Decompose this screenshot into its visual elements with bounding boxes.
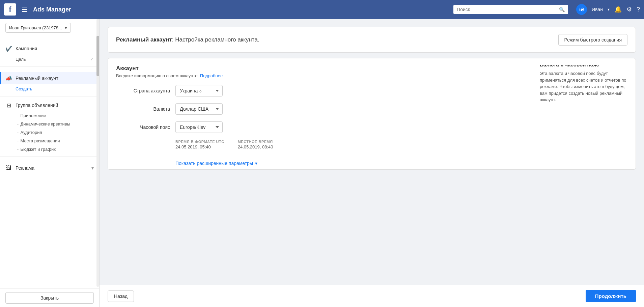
- sidebar-bottom: Закрыть: [0, 288, 99, 307]
- sidebar-sub-budget[interactable]: Бюджет и график: [0, 145, 99, 154]
- timezone-select[interactable]: Europe/Kiev: [175, 121, 223, 133]
- app-title: Ads Manager: [33, 6, 71, 13]
- country-row: Страна аккаунта Украина ⬦: [116, 85, 526, 96]
- ad-dropdown-icon: ▾: [91, 165, 94, 171]
- account-selector-label: Иван Григорьев (231978...: [9, 25, 62, 30]
- account-card: Валюта и часовой пояс Эта валюта и часов…: [108, 58, 636, 170]
- right-panel: Валюта и часовой пояс Эта валюта и часов…: [540, 65, 627, 103]
- notifications-icon[interactable]: 🔔: [614, 6, 622, 13]
- timezone-row: Часовой пояс Europe/Kiev: [116, 121, 627, 133]
- ad-label: Реклама: [16, 165, 34, 171]
- campaign-icon: ✔️: [5, 45, 12, 52]
- sidebar-item-ad[interactable]: 🖼 Реклама ▾: [0, 162, 99, 174]
- account-card-subtitle-text: Введите информацию о своем аккаунте.: [116, 73, 199, 78]
- sidebar-item-ad-group[interactable]: ⊞ Группа объявлений: [0, 99, 99, 111]
- back-button[interactable]: Назад: [108, 290, 134, 302]
- utc-time-value: 24.05.2019, 05:40: [175, 144, 224, 149]
- sidebar-item-ad-account[interactable]: 📣 Рекламный аккаунт: [0, 72, 99, 84]
- time-row: ВРЕМЯ В ФОРМАТЕ UTC 24.05.2019, 05:40 МЕ…: [116, 140, 627, 149]
- user-avatar[interactable]: t₴: [576, 4, 587, 15]
- account-selector-arrow: ▾: [65, 25, 67, 30]
- sidebar-sub-dynamic[interactable]: Динамические креативы: [0, 120, 99, 128]
- sidebar-campaign-label: Кампания: [16, 46, 37, 51]
- continue-button[interactable]: Продолжить: [586, 290, 636, 302]
- currency-select[interactable]: Доллар США: [175, 103, 223, 115]
- header-card: Рекламный аккаунт: Настройка рекламного …: [108, 27, 636, 53]
- search-box: 🔍: [453, 5, 568, 14]
- local-time-label: МЕСТНОЕ ВРЕМЯ: [238, 140, 273, 144]
- currency-row: Валюта Доллар США: [116, 103, 627, 115]
- header-title-bold: Рекламный аккаунт: [116, 36, 172, 43]
- show-advanced-arrow: ▾: [255, 161, 257, 166]
- main-content: Рекламный аккаунт: Настройка рекламного …: [100, 19, 644, 307]
- show-advanced-button[interactable]: Показать расширенные параметры ▾: [116, 161, 627, 166]
- sidebar-sub-app[interactable]: Приложение: [0, 111, 99, 120]
- timezone-label: Часовой пояс: [116, 124, 170, 130]
- settings-icon[interactable]: ⚙: [626, 6, 632, 13]
- ad-group-section: ⊞ Группа объявлений Приложение Динамичес…: [0, 96, 99, 157]
- right-panel-text: Эта валюта и часовой пояс будут применят…: [540, 70, 627, 103]
- country-select[interactable]: Украина ⬦: [175, 85, 223, 96]
- ad-group-icon: ⊞: [5, 102, 12, 109]
- goal-label: Цель: [16, 57, 26, 62]
- facebook-logo: f: [4, 3, 16, 16]
- account-selector-button[interactable]: Иван Григорьев (231978... ▾: [5, 23, 71, 33]
- sidebar-scrollbar-track: [96, 19, 99, 287]
- bottom-bar: Назад Продолжить: [100, 285, 644, 307]
- sidebar-sub-placement[interactable]: Места размещения: [0, 137, 99, 145]
- hamburger-icon[interactable]: ☰: [20, 4, 29, 15]
- close-button[interactable]: Закрыть: [5, 292, 94, 304]
- search-input[interactable]: [457, 7, 556, 12]
- create-label: Создать: [16, 86, 32, 91]
- campaign-section: ✔️ Кампания Цель ✓: [0, 37, 99, 67]
- user-name[interactable]: Иван: [592, 7, 603, 12]
- layout: Иван Григорьев (231978... ▾ ✔️ Кампания …: [0, 19, 644, 307]
- goal-check-icon: ✓: [90, 57, 94, 62]
- sidebar: Иван Григорьев (231978... ▾ ✔️ Кампания …: [0, 19, 100, 307]
- ad-account-icon: 📣: [5, 75, 12, 82]
- quick-create-button[interactable]: Режим быстрого создания: [558, 34, 627, 46]
- sidebar-sub-create[interactable]: Создать: [0, 84, 99, 93]
- form-content: Валюта и часовой пояс Эта валюта и часов…: [116, 65, 627, 166]
- ad-account-section: 📣 Рекламный аккаунт Создать: [0, 67, 99, 96]
- ad-icon: 🖼: [5, 165, 12, 171]
- help-icon[interactable]: ?: [637, 6, 640, 13]
- ad-group-label: Группа объявлений: [16, 103, 58, 108]
- ad-section: 🖼 Реклама ▾: [0, 157, 99, 177]
- search-icon: 🔍: [559, 7, 565, 12]
- local-time-col: МЕСТНОЕ ВРЕМЯ 24.05.2019, 08:40: [238, 140, 273, 149]
- sidebar-sub-goal[interactable]: Цель ✓: [0, 55, 99, 64]
- right-panel-title: Валюта и часовой пояс: [540, 65, 627, 67]
- utc-time-col: ВРЕМЯ В ФОРМАТЕ UTC 24.05.2019, 05:40: [175, 140, 224, 149]
- header-title-rest: : Настройка рекламного аккунта.: [172, 36, 259, 43]
- divider: [116, 155, 627, 155]
- sidebar-ad-account-label: Рекламный аккаунт: [16, 76, 58, 81]
- currency-label: Валюта: [116, 106, 170, 112]
- sidebar-sub-audience[interactable]: Аудитория: [0, 128, 99, 137]
- top-navigation: f ☰ Ads Manager 🔍 t₴ Иван ▾ 🔔 ⚙ ?: [0, 0, 644, 19]
- utc-time-label: ВРЕМЯ В ФОРМАТЕ UTC: [175, 140, 224, 144]
- account-selector: Иван Григорьев (231978... ▾: [0, 19, 99, 37]
- user-dropdown-arrow[interactable]: ▾: [608, 7, 610, 12]
- sidebar-item-campaign[interactable]: ✔️ Кампания: [0, 43, 99, 55]
- sidebar-scrollbar-thumb[interactable]: [96, 36, 99, 76]
- nav-right: t₴ Иван ▾ 🔔 ⚙ ?: [576, 4, 640, 15]
- show-advanced-label: Показать расширенные параметры: [175, 161, 253, 166]
- country-label: Страна аккаунта: [116, 88, 170, 93]
- account-card-subtitle-link[interactable]: Подробнее: [200, 73, 223, 78]
- header-card-title: Рекламный аккаунт: Настройка рекламного …: [116, 36, 259, 43]
- local-time-value: 24.05.2019, 08:40: [238, 144, 273, 149]
